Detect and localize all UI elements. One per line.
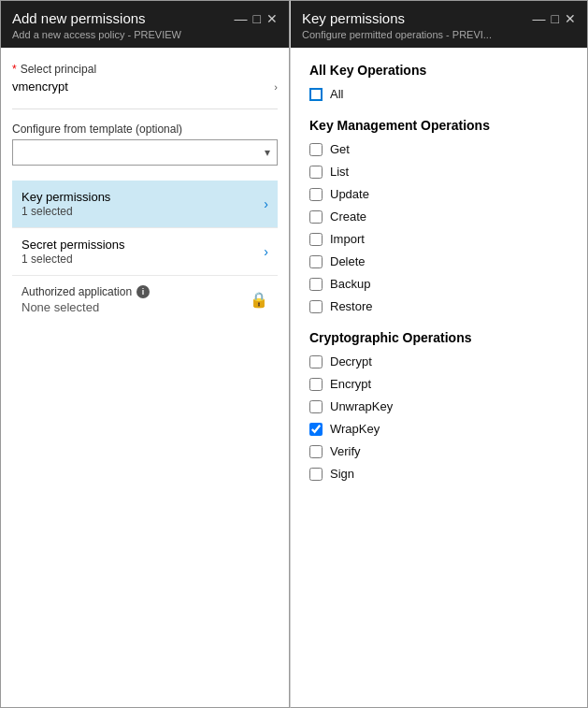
checkbox-sign[interactable]: Sign xyxy=(309,467,568,481)
right-header-text: Key permissions Configure permitted oper… xyxy=(302,10,533,40)
right-minimize-icon[interactable]: — xyxy=(533,12,546,25)
auth-section: Authorized application i None selected 🔒 xyxy=(12,276,278,324)
checkbox-update-label: Update xyxy=(330,187,369,201)
checkbox-import-input[interactable] xyxy=(309,233,323,246)
checkbox-get-label: Get xyxy=(330,142,350,156)
checkbox-restore[interactable]: Restore xyxy=(309,299,568,313)
cryptographic-operations-title: Cryptographic Operations xyxy=(309,330,568,345)
divider-1 xyxy=(12,108,278,109)
checkbox-verify-input[interactable] xyxy=(309,445,323,458)
left-panel-controls: — □ ✕ xyxy=(235,12,278,25)
left-panel-title: Add new permissions xyxy=(12,10,235,26)
right-maximize-icon[interactable]: □ xyxy=(552,12,559,25)
checkbox-decrypt-input[interactable] xyxy=(309,355,323,368)
principal-label: * Select principal xyxy=(12,63,278,76)
checkbox-list-label: List xyxy=(330,165,349,179)
key-permissions-content: Key permissions 1 selected xyxy=(22,190,110,218)
checkbox-restore-label: Restore xyxy=(330,299,373,313)
key-management-operations-title: Key Management Operations xyxy=(309,118,568,133)
checkbox-wrapkey-input[interactable] xyxy=(309,423,323,436)
template-section: Configure from template (optional) ▾ xyxy=(12,123,278,166)
cryptographic-operations-section: Cryptographic Operations Decrypt Encrypt… xyxy=(309,330,568,481)
key-permissions-chevron-icon: › xyxy=(264,196,268,211)
checkbox-verify[interactable]: Verify xyxy=(309,444,568,458)
checkbox-delete-input[interactable] xyxy=(309,255,323,268)
checkbox-sign-input[interactable] xyxy=(309,468,323,481)
auth-value: None selected xyxy=(22,300,150,314)
right-panel-header: Key permissions Configure permitted oper… xyxy=(291,1,587,48)
checkbox-list[interactable]: List xyxy=(309,165,568,179)
checkbox-verify-label: Verify xyxy=(330,444,361,458)
checkbox-get-input[interactable] xyxy=(309,143,323,156)
all-key-checkbox-box xyxy=(309,88,323,101)
checkbox-import-label: Import xyxy=(330,232,365,246)
required-star: * xyxy=(12,63,17,76)
secret-permissions-content: Secret permissions 1 selected xyxy=(22,238,125,266)
template-dropdown-wrapper: ▾ xyxy=(12,139,278,166)
right-panel-body: All Key Operations All Key Management Op… xyxy=(291,48,587,707)
auth-label-text: Authorized application xyxy=(22,285,132,298)
principal-value: vmencrypt xyxy=(12,79,68,94)
left-header-text: Add new permissions Add a new access pol… xyxy=(12,10,235,40)
checkbox-create[interactable]: Create xyxy=(309,210,568,224)
checkbox-create-input[interactable] xyxy=(309,210,323,224)
checkbox-backup-label: Backup xyxy=(330,277,370,291)
checkbox-update[interactable]: Update xyxy=(309,187,568,201)
checkbox-encrypt-label: Encrypt xyxy=(330,377,371,391)
checkbox-list-input[interactable] xyxy=(309,166,323,179)
checkbox-unwrapkey[interactable]: UnwrapKey xyxy=(309,399,568,413)
key-permissions-subtitle: 1 selected xyxy=(22,205,110,218)
checkbox-update-input[interactable] xyxy=(309,188,323,201)
principal-chevron-icon: › xyxy=(274,81,278,93)
left-minimize-icon[interactable]: — xyxy=(235,12,248,25)
checkbox-backup[interactable]: Backup xyxy=(309,277,568,291)
key-permissions-title: Key permissions xyxy=(22,190,110,204)
principal-section: * Select principal vmencrypt › xyxy=(12,63,278,94)
auth-label: Authorized application i xyxy=(22,285,150,298)
all-key-operations-title: All Key Operations xyxy=(309,63,568,78)
key-management-operations-section: Key Management Operations Get List Updat… xyxy=(309,118,568,313)
all-key-checkbox-wrapper[interactable]: All xyxy=(309,87,568,101)
key-permissions-nav-item[interactable]: Key permissions 1 selected › xyxy=(12,181,278,228)
checkbox-wrapkey-label: WrapKey xyxy=(330,422,380,436)
checkbox-restore-input[interactable] xyxy=(309,300,323,313)
right-panel-title: Key permissions xyxy=(302,10,533,26)
checkbox-delete-label: Delete xyxy=(330,254,366,268)
checkbox-decrypt[interactable]: Decrypt xyxy=(309,354,568,368)
right-panel-subtitle: Configure permitted operations - PREVI..… xyxy=(302,29,533,40)
secret-permissions-subtitle: 1 selected xyxy=(22,253,125,266)
checkbox-sign-label: Sign xyxy=(330,467,354,481)
secret-permissions-nav-item[interactable]: Secret permissions 1 selected › xyxy=(12,228,278,276)
checkbox-delete[interactable]: Delete xyxy=(309,254,568,268)
left-panel-subtitle: Add a new access policy - PREVIEW xyxy=(12,29,235,40)
left-maximize-icon[interactable]: □ xyxy=(253,12,261,25)
left-panel-header: Add new permissions Add a new access pol… xyxy=(1,1,289,48)
auth-left: Authorized application i None selected xyxy=(22,285,150,314)
info-icon[interactable]: i xyxy=(136,285,150,298)
left-panel-body: * Select principal vmencrypt › Configure… xyxy=(1,48,289,707)
checkbox-import[interactable]: Import xyxy=(309,232,568,246)
checkbox-backup-input[interactable] xyxy=(309,278,323,291)
principal-value-row[interactable]: vmencrypt › xyxy=(12,79,278,94)
secret-permissions-chevron-icon: › xyxy=(264,244,268,259)
right-panel: Key permissions Configure permitted oper… xyxy=(290,0,588,708)
checkbox-get[interactable]: Get xyxy=(309,142,568,156)
checkbox-unwrapkey-label: UnwrapKey xyxy=(330,399,393,413)
lock-icon: 🔒 xyxy=(250,291,268,309)
checkbox-decrypt-label: Decrypt xyxy=(330,354,372,368)
checkbox-wrapkey[interactable]: WrapKey xyxy=(309,422,568,436)
left-close-icon[interactable]: ✕ xyxy=(266,12,278,25)
right-panel-controls: — □ ✕ xyxy=(533,12,576,25)
checkbox-create-label: Create xyxy=(330,210,366,224)
template-dropdown[interactable] xyxy=(12,139,278,166)
right-close-icon[interactable]: ✕ xyxy=(565,12,576,25)
checkbox-encrypt[interactable]: Encrypt xyxy=(309,377,568,391)
template-label: Configure from template (optional) xyxy=(12,123,278,136)
all-key-checkbox-label: All xyxy=(330,87,343,101)
secret-permissions-title: Secret permissions xyxy=(22,238,125,252)
left-panel: Add new permissions Add a new access pol… xyxy=(0,0,290,708)
checkbox-unwrapkey-input[interactable] xyxy=(309,400,323,413)
checkbox-encrypt-input[interactable] xyxy=(309,378,323,391)
all-key-operations-section: All Key Operations All xyxy=(309,63,568,101)
